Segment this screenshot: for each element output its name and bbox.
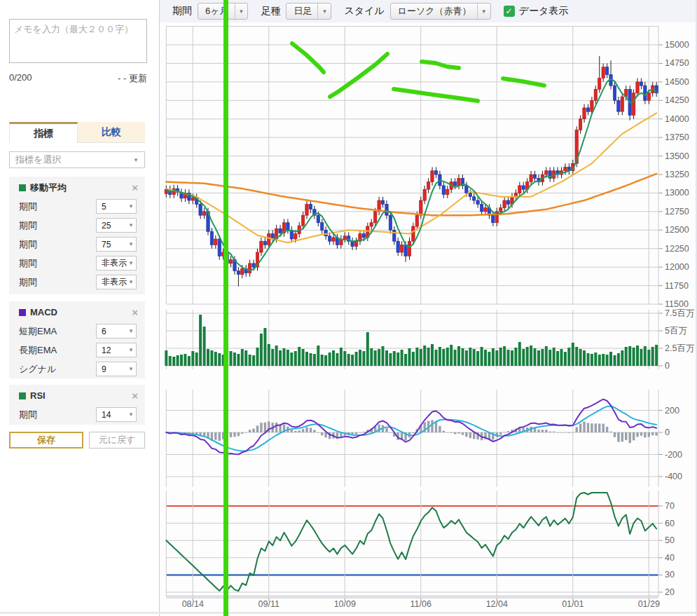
- svg-text:11/06: 11/06: [410, 599, 432, 609]
- svg-text:50: 50: [665, 535, 675, 545]
- indicator-select[interactable]: 指標を選択 ▼: [9, 151, 145, 168]
- svg-text:12250: 12250: [665, 244, 689, 254]
- svg-text:-200: -200: [665, 450, 682, 460]
- svg-text:0: 0: [665, 361, 670, 371]
- tab-compare[interactable]: 比較: [78, 122, 145, 143]
- bartype-dropdown[interactable]: 日足▼: [286, 3, 331, 20]
- close-icon[interactable]: ×: [132, 307, 138, 317]
- svg-text:5百万: 5百万: [665, 326, 687, 336]
- price-volume-macd-rsi-chart[interactable]: 1500014750145001425014000137501350013250…: [160, 22, 697, 616]
- svg-text:60: 60: [665, 519, 675, 528]
- close-icon[interactable]: ×: [132, 390, 138, 401]
- style-dropdown[interactable]: ローソク（赤青）▼: [390, 3, 491, 20]
- panel-title: RSI: [30, 390, 46, 401]
- chevron-down-icon: ▼: [128, 241, 134, 247]
- svg-text:09/11: 09/11: [258, 599, 280, 609]
- svg-text:40: 40: [665, 553, 675, 563]
- chevron-down-icon: ▼: [133, 157, 139, 163]
- chart-area[interactable]: 1500014750145001425014000137501350013250…: [160, 22, 697, 616]
- svg-text:-400: -400: [665, 472, 682, 481]
- panel-title: 移動平均: [30, 182, 67, 194]
- memo-input[interactable]: [9, 19, 147, 63]
- style-label: スタイル: [344, 5, 384, 18]
- close-icon[interactable]: ×: [132, 182, 138, 193]
- bartype-label: 足種: [261, 5, 280, 18]
- svg-text:01/29: 01/29: [638, 599, 660, 609]
- svg-text:12500: 12500: [665, 225, 689, 235]
- svg-text:14000: 14000: [665, 114, 689, 124]
- ma-period-1-select[interactable]: 5▼: [96, 199, 137, 214]
- indicator-color-swatch: [19, 392, 26, 399]
- panel-macd: MACD × 短期EMA 6▼ 長期EMA 12▼ シグナル 9▼: [9, 301, 145, 378]
- tab-indicators[interactable]: 指標: [9, 122, 78, 143]
- memo-status-row: 0/200 - - 更新: [9, 72, 147, 85]
- panel-rsi: RSI × 期間 14▼: [9, 385, 145, 425]
- chevron-down-icon: ▼: [317, 4, 331, 19]
- chevron-down-icon: ▼: [235, 4, 248, 19]
- panel-moving-average: 移動平均 × 期間 5▼ 期間 25▼ 期間 75▼ 期間 非表示▼ 期間 非表…: [9, 177, 145, 294]
- data-display-checkbox[interactable]: ✓: [504, 6, 515, 17]
- bottom-border: [0, 612, 697, 614]
- chevron-down-icon: ▼: [128, 279, 134, 285]
- reset-button[interactable]: 元に戻す: [89, 432, 145, 449]
- svg-text:12000: 12000: [665, 262, 689, 272]
- svg-text:2.5百万: 2.5百万: [665, 343, 694, 353]
- ma-period-3-select[interactable]: 75▼: [96, 237, 137, 252]
- ma-period-2-select[interactable]: 25▼: [96, 218, 137, 233]
- ma-period-5-select[interactable]: 非表示▼: [96, 275, 137, 289]
- rsi-period-select[interactable]: 14▼: [96, 407, 137, 422]
- svg-text:14500: 14500: [665, 77, 689, 87]
- svg-text:12/04: 12/04: [486, 599, 508, 609]
- svg-text:13000: 13000: [665, 188, 689, 198]
- svg-text:13250: 13250: [665, 170, 689, 179]
- svg-text:12750: 12750: [665, 207, 689, 217]
- svg-text:11500: 11500: [665, 299, 689, 309]
- svg-text:10/09: 10/09: [334, 599, 356, 609]
- short-ema-select[interactable]: 6▼: [96, 324, 137, 338]
- svg-text:14250: 14250: [665, 95, 689, 105]
- hand-drawn-vertical-line: [223, 0, 228, 616]
- chevron-down-icon: ▼: [128, 222, 134, 228]
- svg-text:70: 70: [665, 501, 675, 511]
- chevron-down-icon: ▼: [128, 411, 134, 418]
- svg-text:0: 0: [665, 427, 670, 437]
- chart-toolbar: 期間 6ヶ月▼ 足種 日足▼ スタイル ローソク（赤青）▼ ✓ データ表示: [160, 0, 697, 23]
- panel-title: MACD: [30, 307, 57, 317]
- signal-select[interactable]: 9▼: [96, 362, 137, 376]
- svg-text:14750: 14750: [665, 58, 689, 68]
- long-ema-select[interactable]: 12▼: [96, 343, 137, 357]
- period-label: 期間: [172, 5, 192, 18]
- chevron-down-icon: ▼: [128, 328, 134, 334]
- sidebar: 0/200 - - 更新 指標 比較 指標を選択 ▼ 移動平均 × 期間 5▼ …: [0, 0, 160, 616]
- ma-period-4-select[interactable]: 非表示▼: [96, 256, 137, 271]
- svg-text:11750: 11750: [665, 281, 689, 291]
- chevron-down-icon: ▼: [128, 347, 134, 353]
- svg-text:7.5百万: 7.5百万: [665, 308, 694, 318]
- memo-counter: 0/200: [9, 72, 32, 83]
- chevron-down-icon: ▼: [477, 4, 490, 19]
- svg-text:13500: 13500: [665, 151, 689, 161]
- svg-text:20: 20: [665, 587, 675, 597]
- svg-text:08/14: 08/14: [182, 599, 204, 609]
- svg-text:13750: 13750: [665, 132, 689, 142]
- chevron-down-icon: ▼: [128, 260, 134, 266]
- svg-text:200: 200: [665, 406, 679, 416]
- indicator-color-swatch: [19, 309, 26, 316]
- data-display-label: データ表示: [519, 5, 569, 18]
- svg-text:15000: 15000: [665, 40, 689, 50]
- memo-update-status: - - 更新: [118, 72, 147, 85]
- svg-text:01/01: 01/01: [562, 599, 584, 609]
- sidebar-tabs: 指標 比較: [9, 122, 145, 143]
- save-button[interactable]: 保存: [9, 432, 83, 449]
- indicator-color-swatch: [19, 184, 26, 191]
- chevron-down-icon: ▼: [128, 366, 134, 372]
- svg-text:30: 30: [665, 570, 675, 580]
- chevron-down-icon: ▼: [128, 203, 134, 210]
